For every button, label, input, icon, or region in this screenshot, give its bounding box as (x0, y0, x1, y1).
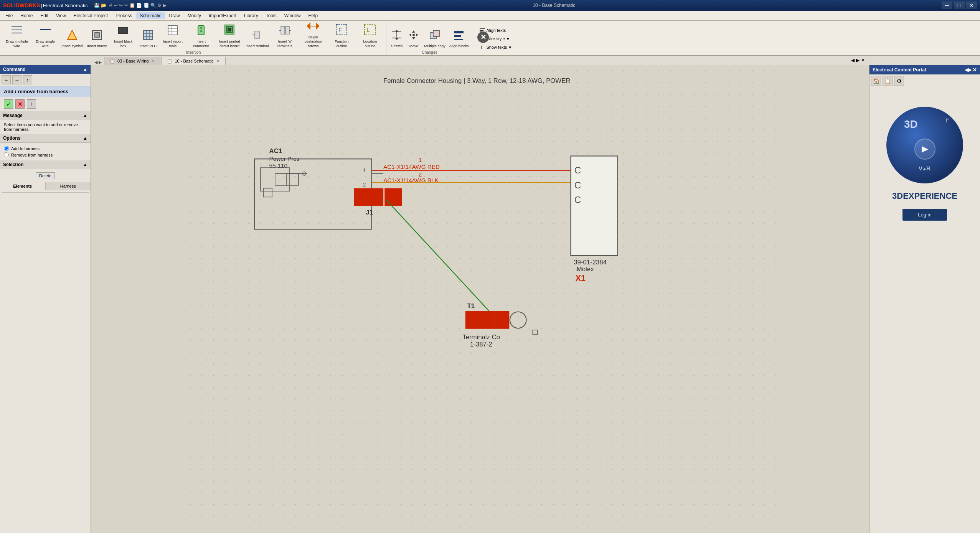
ok-button[interactable]: ✓ (4, 99, 13, 109)
insert-black-box-label: Insert black box (111, 39, 135, 48)
insert-symbol-icon (66, 29, 78, 43)
svg-rect-25 (281, 26, 285, 34)
stretch-button[interactable]: Stretch (389, 23, 405, 49)
menu-home[interactable]: Home (16, 12, 36, 19)
align-texts-label: Align texts (487, 28, 506, 33)
menu-view[interactable]: View (52, 12, 70, 19)
doc-nav-right[interactable]: ▶ (856, 58, 860, 63)
experience-brand-name: 3DEXPERIENCE (892, 191, 957, 201)
delete-button[interactable]: Delete (36, 172, 55, 179)
cancel-button[interactable]: ✕ (15, 99, 25, 109)
panel-forward-button[interactable]: → (12, 75, 21, 84)
doc-close-btn[interactable]: ✕ (861, 58, 865, 63)
menu-tools[interactable]: Tools (262, 12, 280, 19)
draw-multiple-wire-button[interactable]: Draw multiple wire (3, 23, 31, 49)
insert-plc-button[interactable]: Insert PLC (138, 23, 158, 49)
draw-multiple-wire-label: Draw multiple wire (5, 39, 29, 48)
menu-file[interactable]: File (2, 12, 16, 19)
insert-black-box-button[interactable]: Insert black box (109, 23, 137, 49)
insert-connector-button[interactable]: Insert connector (187, 23, 215, 49)
t1-ref-label: T1 (467, 302, 475, 310)
restore-button[interactable]: □ (954, 2, 965, 9)
experience-logo: 3D i° ▶ V₊R (886, 107, 963, 183)
insert-pcb-button[interactable]: Insert printed circuit board (216, 23, 243, 49)
t1-rect2[interactable] (495, 311, 509, 329)
tab-schematic-label: 10 - Base Schematic (175, 59, 214, 63)
location-outline-button[interactable]: L Location outline (356, 23, 384, 49)
panel-back-button[interactable]: ← (2, 75, 11, 84)
move-button[interactable]: Move (406, 23, 422, 49)
pin2-label: 2 (363, 182, 366, 188)
selection-section-header: Selection ▲ (0, 160, 91, 169)
draw-single-wire-button[interactable]: Draw single wire (31, 23, 59, 49)
menu-library[interactable]: Library (240, 12, 262, 19)
svg-rect-48 (454, 31, 464, 33)
insert-symbol-button[interactable]: Insert symbol (60, 23, 85, 49)
minimize-button[interactable]: ─ (942, 2, 952, 9)
menu-schematic[interactable]: Schematic (136, 12, 165, 19)
message-text: Select items you want to add or remove f… (4, 122, 78, 132)
insert-n-terminals-button[interactable]: Insert 'n' terminals (271, 23, 299, 49)
panel-up-button[interactable]: ↑ (23, 75, 32, 84)
add-to-harness-radio[interactable] (4, 146, 9, 151)
log-in-button[interactable]: Log in (902, 209, 947, 221)
insert-report-table-label: Insert report table (160, 39, 185, 48)
message-collapse-icon[interactable]: ▲ (83, 113, 87, 118)
svg-point-45 (412, 34, 415, 36)
rp-settings-button[interactable]: ⚙ (894, 76, 904, 86)
menu-help[interactable]: Help (304, 12, 322, 19)
rp-list-button[interactable]: 📋 (883, 76, 893, 86)
menu-window[interactable]: Window (280, 12, 305, 19)
doc-nav-left[interactable]: ◀ (851, 58, 855, 63)
tab-schematic-close[interactable]: ✕ (216, 58, 220, 64)
insert-report-table-button[interactable]: Insert report table (159, 23, 186, 49)
other-button[interactable]: ↑ (27, 99, 36, 109)
tab-base-schematic[interactable]: 📋 10 - Base Schematic ✕ (161, 57, 226, 65)
function-outline-button[interactable]: F Function outline (328, 23, 355, 49)
remove-from-harness-option[interactable]: Remove from harness (4, 152, 87, 158)
menu-edit[interactable]: Edit (36, 12, 52, 19)
insert-macro-button[interactable]: Insert macro (86, 23, 109, 49)
svg-rect-7 (119, 27, 128, 33)
canvas-area[interactable]: Female Connector Housing | 3 Way, 1 Row,… (91, 65, 869, 533)
j1-rect2[interactable] (384, 188, 402, 206)
x1-name-label: Molex (577, 266, 594, 273)
play-button[interactable]: ▶ (914, 139, 935, 160)
tab-wiring-close[interactable]: ✕ (151, 58, 155, 64)
remove-from-harness-label: Remove from harness (11, 153, 53, 157)
insert-terminal-button[interactable]: Insert terminal (244, 23, 270, 49)
ribbon-close-x-button[interactable]: ✕ (477, 31, 489, 43)
harness-tab[interactable]: Harness (46, 182, 91, 190)
selection-collapse-icon[interactable]: ▲ (83, 162, 87, 167)
right-panel-resize-icon[interactable]: ◀▶ (965, 67, 972, 73)
selection-header-label: Selection (3, 162, 23, 167)
options-collapse-icon[interactable]: ▲ (83, 135, 87, 141)
rp-home-button[interactable]: 🏠 (871, 76, 881, 86)
j1-rect1[interactable] (354, 188, 383, 206)
titlebar: SOLIDWORKS | Electrical Schematic 💾 📂 🖨 … (0, 0, 980, 11)
align-blocks-button[interactable]: Align blocks (448, 23, 470, 49)
right-panel-close-icon[interactable]: ✕ (972, 67, 977, 73)
show-texts-button[interactable]: T Show texts ▼ (478, 44, 514, 51)
options-content: Add to harness Remove from harness (0, 143, 91, 160)
menu-import-export[interactable]: Import/Export (205, 12, 240, 19)
solidworks-logo: SOLIDWORKS | Electrical Schematic (3, 2, 88, 8)
menu-process[interactable]: Process (112, 12, 136, 19)
add-to-harness-option[interactable]: Add to harness (4, 145, 87, 152)
close-button[interactable]: ✕ (966, 2, 977, 9)
t1-rect1[interactable] (465, 311, 495, 329)
menu-draw[interactable]: Draw (165, 12, 184, 19)
remove-from-harness-radio[interactable] (4, 152, 9, 157)
svg-rect-26 (285, 26, 289, 34)
origin-destination-arrows-button[interactable]: Origin destination arrows (299, 23, 327, 49)
insert-n-terminals-icon (279, 24, 291, 38)
panel-collapse-icon[interactable]: ▲ (83, 67, 87, 72)
menu-modify[interactable]: Modify (184, 12, 205, 19)
svg-rect-49 (454, 35, 461, 37)
tab-base-wiring[interactable]: 📋 03 - Base Wiring ✕ (104, 57, 160, 65)
menu-electrical-project[interactable]: Electrical Project (70, 12, 112, 19)
stretch-label: Stretch (391, 44, 403, 48)
elements-tab[interactable]: Elements (0, 182, 46, 190)
multiple-copy-button[interactable]: Multiple copy (422, 23, 447, 49)
x1-pin2-icon: C (574, 180, 581, 190)
